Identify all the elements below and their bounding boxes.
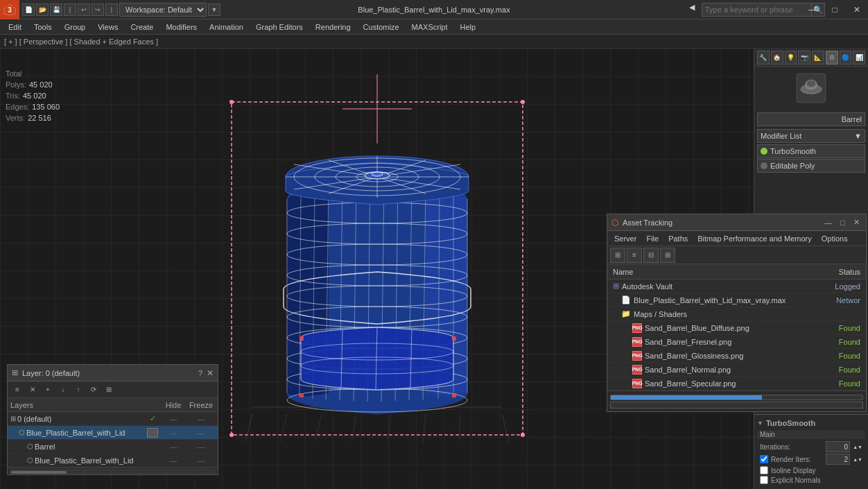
menu-rendering[interactable]: Rendering [310,22,356,33]
modifier-active-dot-1 [761,148,767,155]
menu-maxscript[interactable]: MAXScript [406,22,453,33]
asset-toolbar-icon1[interactable]: ⊞ [610,248,625,263]
open-file-icon[interactable]: 📂 [36,3,49,16]
menu-views[interactable]: Views [92,22,123,33]
ts-explicit-normals-checkbox[interactable] [760,476,768,484]
maximize-button[interactable]: □ [824,0,846,19]
layers-toolbar-icon5[interactable]: ↑ [71,383,85,397]
menu-modifiers[interactable]: Modifiers [160,22,202,33]
asset-col-name: Name [613,268,805,276]
asset-menu-file[interactable]: File [642,234,663,243]
asset-row-glossiness[interactable]: PNG Sand_Barrel_Glossiness.png Found [607,349,866,363]
minimize-button[interactable]: — [801,0,824,19]
tris-label: Tris: [6,90,20,101]
object-name-input[interactable] [757,112,865,126]
ts-collapse-arrow[interactable]: ▼ [757,420,763,427]
modifier-editable-poly[interactable]: Editable Poly [757,159,865,173]
modifier-list-label: Modifier List [761,132,801,140]
workspace-dropdown[interactable]: Workspace: Default [119,3,207,17]
asset-menu-server[interactable]: Server [610,234,641,243]
asset-close-button[interactable]: ✕ [851,218,862,227]
panel-icon-5[interactable]: 📐 [812,51,824,65]
toolbar-icons-group: 📄 📂 💾 | ↩ ↪ | Workspace: Default ▼ [19,3,223,17]
layers-scroll-track[interactable] [9,470,216,474]
ts-render-iters-spinner[interactable]: ▲▼ [853,457,862,462]
asset-png-icon-1: PNG [632,323,642,333]
panel-icon-3[interactable]: 💡 [785,51,797,65]
asset-menu-options[interactable]: Options [817,234,852,243]
menu-help[interactable]: Help [455,22,482,33]
layers-toolbar-icon4[interactable]: ↓ [56,383,70,397]
asset-toolbar-icon3[interactable]: ⊟ [643,248,659,263]
asset-window-icon: ⬡ [611,218,618,228]
menu-edit[interactable]: Edit [3,22,27,33]
asset-toolbar-icon2[interactable]: ≡ [627,248,642,263]
svg-point-3 [229,100,234,104]
asset-minimize-button[interactable]: — [822,218,834,227]
ts-isoline-checkbox[interactable] [760,466,768,474]
workspace-arrow[interactable]: ▼ [208,3,220,16]
layers-scroll-thumb[interactable] [11,471,67,474]
layer-row-icon-3: ⬡ [27,456,33,464]
save-icon[interactable]: 💾 [50,3,62,16]
ts-iterations-spinner[interactable]: ▲▼ [853,445,862,449]
menu-group[interactable]: Group [59,22,92,33]
modifier-list-header[interactable]: Modifier List ▼ [757,129,865,143]
undo-icon[interactable]: ↩ [78,3,90,16]
menu-create[interactable]: Create [125,22,159,33]
layer-row-barrel[interactable]: ⬡ Barrel — — [8,440,218,454]
svg-rect-67 [452,393,456,397]
asset-window-titlebar: ⬡ Asset Tracking — □ ✕ [607,214,866,231]
app-hat-icon-area [754,67,868,110]
modifier-turbosmooth[interactable]: TurboSmooth [757,144,865,158]
asset-row-fresnel[interactable]: PNG Sand_Barrel_Fresnel.png Found [607,335,866,349]
layers-toolbar-icon1[interactable]: ≡ [10,383,24,397]
layers-toolbar-icon6[interactable]: ⟳ [87,383,101,397]
asset-file-icon: 📄 [621,295,631,304]
layers-help-button[interactable]: ? [198,369,202,377]
layers-toolbar-icon7[interactable]: ⊞ [102,383,116,397]
layers-scrollbar[interactable] [8,467,218,474]
asset-toolbar-icon4[interactable]: ⊞ [660,248,675,263]
panel-icon-1[interactable]: 🔧 [757,51,770,65]
layers-close-button[interactable]: ✕ [207,368,214,378]
ts-iterations-input[interactable] [826,441,850,452]
asset-row-vault[interactable]: ⊞ Autodesk Vault Logged [607,280,866,293]
asset-maximize-button[interactable]: □ [838,218,847,227]
menu-graph-editors[interactable]: Graph Editors [250,22,309,33]
asset-row-specular[interactable]: PNG Sand_Barrel_Specular.png Found [607,377,866,391]
close-button[interactable]: ✕ [846,0,868,19]
panel-icon-8[interactable]: 📊 [853,51,865,65]
nav-icon[interactable]: ◀ [689,3,695,12]
asset-menu-bitmap-perf[interactable]: Bitmap Performance and Memory [693,234,815,243]
asset-row-maps-folder[interactable]: 📁 Maps / Shaders [607,307,866,321]
svg-line-10 [245,414,252,442]
layers-toolbar-add[interactable]: + [41,383,55,397]
panel-icon-6[interactable]: ⚙ [826,51,838,65]
asset-row-normal[interactable]: PNG Sand_Barrel_Normal.png Found [607,363,866,377]
panel-icon-7[interactable]: 🔵 [840,51,852,65]
asset-menu-paths[interactable]: Paths [664,234,692,243]
panel-icon-4[interactable]: 📷 [798,51,810,65]
search-input[interactable] [702,3,813,17]
layer-row-barrel-lid[interactable]: ⬡ Blue_Plastic_Barrel_with_Lid — — [8,426,218,440]
ts-iterations-label: Iterations: [760,443,823,451]
asset-row-max-file[interactable]: 📄 Blue_Plastic_Barrel_with_Lid_max_vray.… [607,293,866,307]
layers-toolbar-delete[interactable]: ✕ [26,383,40,397]
asset-row-diffuse[interactable]: PNG Sand_Barrel_Blue_Diffuse.png Found [607,321,866,335]
layer-row-name-2: Barrel [35,443,159,451]
layer-row-default[interactable]: ⊞ 0 (default) ✓ — — [8,412,218,426]
menu-animation[interactable]: Animation [204,22,249,33]
ts-render-iters-input[interactable] [826,454,850,465]
layer-row-select-box-1[interactable] [147,428,158,438]
menu-tools[interactable]: Tools [28,22,58,33]
polys-value: 45 020 [29,79,53,90]
redo-icon[interactable]: ↪ [92,3,104,16]
window-title: Blue_Plastic_Barrel_with_Lid_max_vray.ma… [358,6,510,14]
menu-customize[interactable]: Customize [358,22,405,33]
panel-icon-2[interactable]: 🏠 [771,51,783,65]
layer-row-barrel-lid-2[interactable]: ⬡ Blue_Plastic_Barrel_with_Lid — — [8,454,218,467]
new-file-icon[interactable]: 📄 [22,3,35,16]
svg-text:3: 3 [8,6,12,14]
ts-render-iters-checkbox[interactable] [760,455,768,463]
